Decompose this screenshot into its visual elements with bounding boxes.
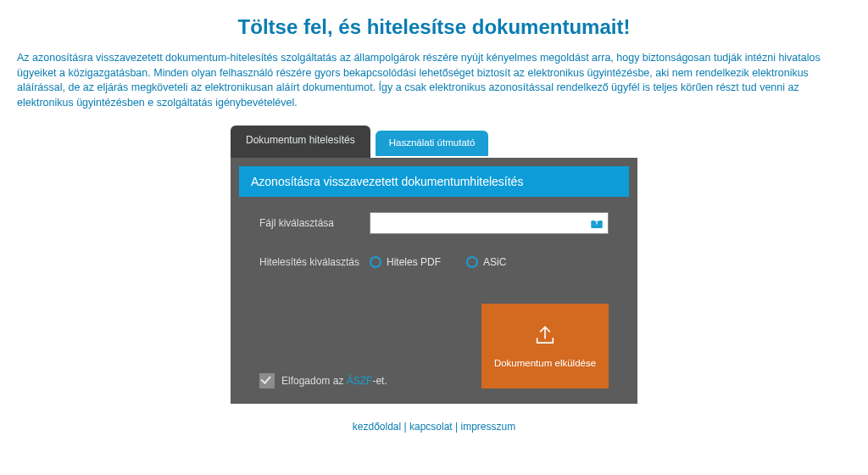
footer-links: kezdőoldal | kapcsolat | impresszum xyxy=(17,421,851,433)
accept-text: Elfogadom az ÁSZF-et. xyxy=(281,375,387,387)
upload-widget: Dokumentum hitelesítés Használati útmuta… xyxy=(231,126,637,404)
aszf-link[interactable]: ÁSZF xyxy=(347,375,373,387)
upload-icon xyxy=(533,324,557,348)
tab-usage-guide[interactable]: Használati útmutató xyxy=(376,131,489,156)
tab-bar: Dokumentum hitelesítés Használati útmuta… xyxy=(231,126,637,158)
upload-file-icon[interactable] xyxy=(589,215,604,231)
auth-radio-group: Hiteles PDF ASiC xyxy=(370,256,506,268)
form-panel: Azonosításra visszavezetett dokumentumhi… xyxy=(231,158,637,404)
submit-label: Dokumentum elküldése xyxy=(494,358,596,368)
radio-asic[interactable]: ASiC xyxy=(466,256,506,268)
bottom-row: Elfogadom az ÁSZF-et. Dokumentum elküldé… xyxy=(239,297,629,394)
file-row: Fájl kiválasztása xyxy=(259,212,609,234)
radio-icon xyxy=(466,256,478,268)
tab-document-auth[interactable]: Dokumentum hitelesítés xyxy=(231,126,370,158)
radio-label: ASiC xyxy=(483,256,506,268)
footer-impressum-link[interactable]: impresszum xyxy=(460,421,515,433)
auth-row: Hitelesítés kiválasztás Hiteles PDF ASiC xyxy=(259,256,609,268)
accept-post: -et. xyxy=(372,375,387,387)
checkbox-icon[interactable] xyxy=(259,373,275,388)
intro-text: Az azonosításra visszavezetett dokumentu… xyxy=(17,51,851,110)
radio-label: Hiteles PDF xyxy=(387,256,441,268)
file-input[interactable] xyxy=(370,212,609,234)
page-title: Töltse fel, és hitelesítse dokumentumait… xyxy=(17,15,851,39)
footer-contact-link[interactable]: kapcsolat xyxy=(409,421,453,433)
radio-icon xyxy=(370,256,381,268)
accept-terms[interactable]: Elfogadom az ÁSZF-et. xyxy=(259,373,387,388)
submit-button[interactable]: Dokumentum elküldése xyxy=(481,304,609,388)
panel-banner: Azonosításra visszavezetett dokumentumhi… xyxy=(239,166,629,197)
radio-hiteles-pdf[interactable]: Hiteles PDF xyxy=(370,256,441,268)
file-label: Fájl kiválasztása xyxy=(259,217,370,229)
auth-label: Hitelesítés kiválasztás xyxy=(259,256,370,268)
accept-pre: Elfogadom az xyxy=(281,375,347,387)
footer-home-link[interactable]: kezdőoldal xyxy=(353,421,401,433)
